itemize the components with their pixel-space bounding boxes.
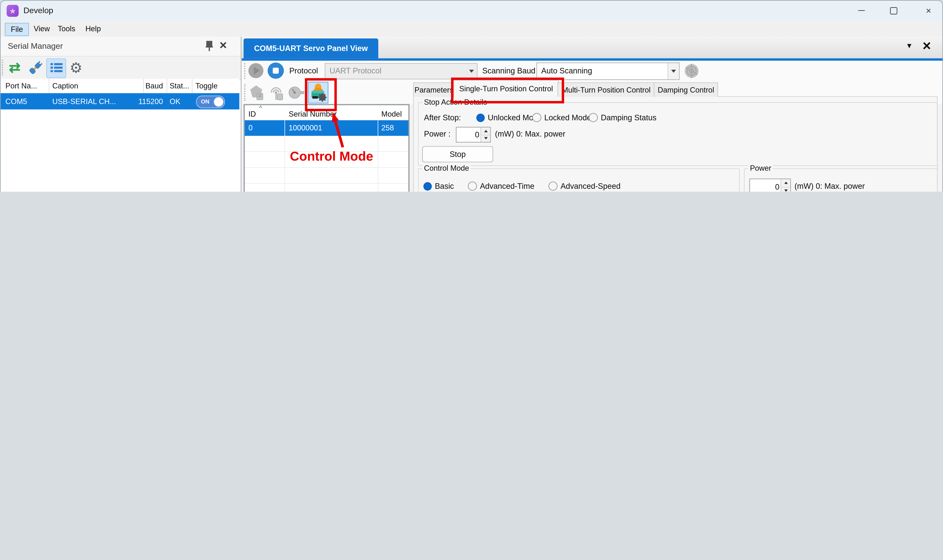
column-caption[interactable]: Caption	[52, 79, 78, 93]
serial-manager-title: Serial Manager	[8, 42, 63, 51]
cell-status: OK	[169, 93, 180, 109]
protocol-value: UART Protocol	[329, 66, 382, 75]
tab-multi-turn-position-control[interactable]: Multi-Turn Position Control	[557, 83, 655, 97]
group-title: Stop Action Details	[422, 98, 489, 106]
column-serial-number[interactable]: Serial Number	[289, 110, 337, 118]
servo-toolbar-top: Protocol UART Protocol Scanning Baud Aut…	[242, 61, 943, 81]
window-title: Develop	[23, 6, 53, 15]
column-baud[interactable]: Baud	[143, 79, 163, 93]
scanning-baud-combo[interactable]: Auto Scanning	[537, 63, 680, 80]
control-mode-group: Control Mode Basic Advanced-Time Advance…	[418, 168, 740, 192]
radio-dot	[532, 113, 541, 122]
connect-port-button[interactable]	[26, 58, 45, 77]
pin-icon[interactable]	[204, 40, 215, 52]
radio-dot	[423, 182, 432, 190]
settings-button[interactable]: ⚙	[67, 58, 86, 77]
spin-down-button[interactable]	[481, 135, 490, 142]
tab-com5-uart-servo-panel[interactable]: COM5-UART Servo Panel View	[243, 38, 378, 58]
document-tab-strip: COM5-UART Servo Panel View ▼ ×	[242, 37, 943, 58]
spin-up-button[interactable]	[781, 179, 790, 187]
scanning-baud-label: Scanning Baud	[482, 66, 535, 75]
device-table: ID ^ Serial Number Model 0 10000001 258	[243, 104, 409, 192]
baud-detect-icon[interactable]	[288, 84, 306, 101]
serial-manager-header: Serial Manager ×	[1, 37, 240, 56]
menu-view[interactable]: View	[28, 23, 55, 35]
menu-help[interactable]: Help	[80, 23, 106, 35]
protocol-label: Protocol	[289, 66, 318, 75]
stop-power-label: Power :	[424, 129, 451, 139]
stop-power-hint: (mW) 0: Max. power	[495, 129, 565, 139]
menu-tools[interactable]: Tools	[52, 23, 81, 35]
spin-up-button[interactable]	[481, 128, 490, 135]
toggle-knob	[214, 97, 224, 107]
app-star-icon: ★	[9, 6, 16, 15]
stop-power-spinbox[interactable]: 0	[456, 127, 491, 143]
close-button[interactable]: ×	[915, 1, 942, 20]
stop-icon[interactable]	[267, 62, 285, 79]
cell-id: 0	[248, 124, 252, 132]
radar-scan-icon[interactable]	[684, 63, 700, 79]
serial-manager-panel: Serial Manager × ⇄	[1, 37, 240, 191]
cell-baud: 115200	[134, 93, 163, 109]
panel-close-icon[interactable]: ×	[220, 38, 227, 52]
annotation-control-mode-text: Control Mode	[290, 149, 373, 164]
broadcast-config-icon[interactable]	[268, 84, 285, 101]
accent-divider	[242, 58, 943, 61]
tab-single-turn-position-control[interactable]: Single-Turn Position Control	[454, 80, 559, 97]
group-title: Control Mode	[422, 164, 471, 172]
radio-dot	[548, 182, 557, 191]
serial-manager-toolbar: ⇄	[1, 56, 240, 80]
serial-table-header: Port Na... Caption Baud Stat... Toggle	[1, 79, 240, 94]
maximize-button[interactable]	[880, 1, 908, 20]
refresh-ports-button[interactable]: ⇄	[5, 58, 24, 77]
toolbar-drag-handle[interactable]	[244, 84, 247, 101]
device-row-selected[interactable]: 0 10000001 258	[245, 120, 408, 136]
play-icon[interactable]	[248, 63, 264, 79]
column-model[interactable]: Model	[381, 110, 402, 118]
device-table-header: ID ^ Serial Number Model	[245, 105, 408, 121]
column-toggle[interactable]: Toggle	[195, 79, 218, 93]
radio-damping-status[interactable]: Damping Status	[589, 113, 657, 122]
column-id[interactable]: ID	[248, 110, 256, 118]
radio-advanced-speed[interactable]: Advanced-Speed	[548, 182, 620, 191]
combo-arrow-icon	[469, 70, 474, 73]
radio-unlocked-mode[interactable]: Unlocked Mo	[476, 113, 533, 122]
plug-icon	[28, 60, 43, 75]
device-search-icon[interactable]	[248, 84, 265, 101]
menu-file[interactable]: File	[5, 23, 29, 36]
cell-serial-number: 10000001	[289, 124, 322, 132]
screen: ★ Develop × File View Tools Help Serial …	[0, 0, 943, 192]
radio-locked-mode[interactable]: Locked Mode	[532, 113, 591, 122]
close-icon: ×	[926, 6, 931, 15]
tab-damping-control[interactable]: Damping Control	[654, 83, 718, 97]
control-mode-button[interactable]	[308, 82, 328, 103]
app-icon: ★	[6, 5, 18, 17]
radio-basic[interactable]: Basic	[423, 182, 454, 191]
column-port-name[interactable]: Port Na...	[5, 79, 37, 93]
radio-advanced-time[interactable]: Advanced-Time	[468, 182, 534, 191]
toolbar-drag-handle[interactable]	[2, 60, 5, 75]
combo-dropdown-button[interactable]	[668, 63, 679, 79]
radio-dot	[476, 113, 485, 122]
column-status[interactable]: Stat...	[169, 79, 189, 93]
minimize-button[interactable]	[848, 1, 875, 20]
table-row-com5[interactable]: COM5 USB-SERIAL CH... 115200 OK ON	[1, 93, 240, 109]
port-list-button[interactable]	[46, 58, 66, 78]
radio-dot	[468, 182, 477, 191]
power-spinbox[interactable]: 0	[749, 178, 791, 191]
tab-parameters[interactable]: Parameters	[413, 83, 455, 97]
list-icon	[49, 61, 63, 75]
sort-indicator-icon: ^	[259, 105, 262, 111]
port-toggle-switch[interactable]: ON	[196, 95, 225, 108]
protocol-combo[interactable]: UART Protocol	[325, 63, 478, 79]
toolbar-drag-handle[interactable]	[244, 63, 247, 79]
stop-button[interactable]: Stop	[422, 146, 493, 162]
tabstrip-close-icon[interactable]: ×	[923, 37, 931, 54]
after-stop-label: After Stop:	[424, 113, 461, 123]
maximize-icon	[890, 7, 897, 14]
cell-model: 258	[381, 124, 394, 132]
tabstrip-dropdown-icon[interactable]: ▼	[906, 42, 913, 50]
menu-bar: File View Tools Help	[1, 21, 942, 37]
spin-down-button[interactable]	[781, 187, 790, 192]
cell-port: COM5	[5, 93, 27, 109]
